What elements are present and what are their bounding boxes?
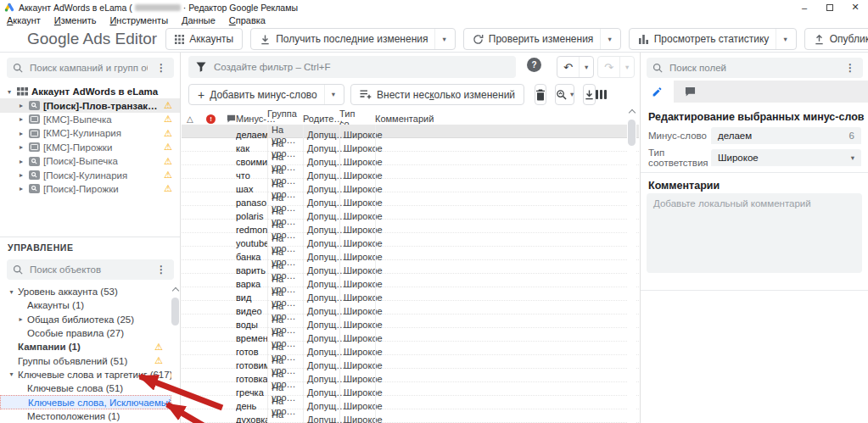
minimize-button[interactable]: –	[792, 0, 817, 14]
table-row[interactable]: youtubeНа уро…Допущ…Широкое	[182, 233, 639, 247]
col-comment[interactable]: Комментарий	[375, 114, 639, 124]
sidebar-scrollbar[interactable]	[171, 285, 180, 423]
object-search[interactable]: Поиск объектов ⋮	[7, 259, 174, 280]
campaign-item[interactable]: ▸[Поиск]-Выпечка⚠	[0, 154, 180, 168]
expander-right-icon[interactable]: ▸	[17, 115, 25, 123]
redo-button[interactable]: ↷	[598, 61, 619, 74]
scrollbar-thumb[interactable]	[171, 298, 179, 326]
table-scrollbar[interactable]	[627, 107, 636, 423]
campaign-item[interactable]: ▸[КМС]-Пирожки⚠	[0, 141, 180, 154]
table-row[interactable]: redmondНа уро…Допущ…Широкое	[182, 220, 639, 233]
chevron-down-icon[interactable]: ▾	[570, 91, 574, 98]
columns-button[interactable]	[596, 90, 607, 99]
management-item[interactable]: Ключевые слова, Исключаемый критер	[0, 395, 171, 409]
redo-menu-button[interactable]: ▾	[619, 57, 634, 77]
table-row[interactable]: готовкаНа уро…Допущ…Широкое	[182, 369, 639, 382]
accounts-button[interactable]: Аккаунты	[165, 28, 243, 50]
scroll-up-icon[interactable]	[171, 287, 178, 294]
table-row[interactable]: готовимНа уро…Допущ…Широкое	[182, 355, 639, 369]
management-item[interactable]: Ключевые слова (51)	[0, 381, 171, 395]
error-circle-icon[interactable]: !	[206, 114, 216, 124]
table-row[interactable]: гречкаНа уро…Допущ…Широкое	[182, 382, 639, 396]
menu-item[interactable]: Справка	[222, 15, 272, 25]
table-row[interactable]: варкаНа уро…Допущ…Широкое	[182, 274, 639, 287]
campaign-item[interactable]: ▸[Поиск]-Пирожки⚠	[0, 182, 180, 196]
undo-menu-button[interactable]: ▾	[579, 57, 593, 77]
col-negative-keyword[interactable]: Минус-…	[236, 114, 267, 124]
table-row[interactable]: видНа уро…Допущ…Широкое	[182, 287, 639, 301]
table-row[interactable]: делаемНа уро…Допущ…Широкое	[182, 125, 639, 138]
kebab-menu-icon[interactable]: ⋮	[154, 62, 168, 74]
comment-icon[interactable]	[227, 114, 236, 123]
table-row[interactable]: готовНа уро…Допущ…Широкое	[182, 342, 639, 355]
expander-right-icon[interactable]: ▸	[17, 130, 25, 137]
export-button[interactable]	[583, 84, 596, 105]
tab-comments[interactable]	[674, 81, 707, 103]
expander-right-icon[interactable]: ▸	[17, 158, 25, 165]
hamburger-menu-icon[interactable]	[7, 35, 8, 44]
campaign-item[interactable]: ▸[КМС]-Кулинария⚠	[0, 126, 180, 140]
chevron-down-icon[interactable]: ▾	[442, 36, 445, 43]
close-button[interactable]: ✕	[843, 0, 868, 14]
management-item[interactable]: ▾Уровень аккаунта (53)	[0, 285, 171, 298]
filter-bar[interactable]: Создайте фильтр – Ctrl+F	[188, 56, 516, 78]
tree-root-account[interactable]: ▾Аккаунт AdWords в eLama	[0, 85, 180, 98]
table-row[interactable]: panaso…На уро…Допущ…Широкое	[182, 192, 639, 206]
expander-right-icon[interactable]: ▸	[16, 315, 25, 323]
table-row[interactable]: polarisНа уро…Допущ…Широкое	[182, 206, 639, 220]
chevron-down-icon[interactable]: ▾	[332, 91, 335, 98]
replace-text-button[interactable]: ▾	[555, 84, 574, 105]
check-changes-button[interactable]: Проверить изменения ▾	[463, 28, 621, 50]
maximize-button[interactable]	[817, 0, 843, 14]
table-row[interactable]: водыНа уро…Допущ…Широкое	[182, 314, 639, 328]
table-row[interactable]: какНа уро…Допущ…Широкое	[182, 138, 639, 152]
menu-item[interactable]: Аккаунт	[0, 15, 48, 25]
undo-button[interactable]: ↶	[557, 61, 579, 74]
publish-button[interactable]: Опубликовать ▾	[804, 28, 868, 50]
expander-right-icon[interactable]: ▸	[17, 143, 25, 151]
bulk-edit-button[interactable]: Внести несколько изменений	[350, 84, 524, 105]
scrollbar-thumb[interactable]	[628, 120, 636, 146]
management-item[interactable]: ▾Ключевые слова и таргетинг (617)	[0, 368, 171, 381]
table-row[interactable]: варитьНа уро…Допущ…Широкое	[182, 260, 639, 274]
management-item[interactable]: Особые правила (27)	[0, 326, 171, 340]
campaign-search[interactable]: Поиск кампаний и групп объявлений ⋮	[7, 58, 174, 78]
menu-item[interactable]: Изменить	[48, 15, 104, 25]
chevron-down-icon[interactable]: ▾	[608, 36, 611, 43]
warning-triangle-icon[interactable]: △	[187, 114, 193, 124]
table-row[interactable]: своимиНа уро…Допущ…Широкое	[182, 152, 639, 165]
management-item[interactable]: Аккаунты (1)	[0, 298, 171, 312]
match-type-select[interactable]: Широкое ▾	[711, 149, 861, 166]
management-item[interactable]: ▸Общая библиотека (25)	[0, 313, 171, 326]
campaign-item[interactable]: ▸[Поиск]-Кулинария⚠	[0, 168, 180, 181]
field-search[interactable]: Поиск полей ⋮	[647, 58, 863, 78]
table-row[interactable]: чтоНа уро…Допущ…Широкое	[182, 165, 639, 179]
management-item[interactable]: Местоположения (1)	[0, 409, 171, 423]
delete-button[interactable]	[535, 84, 546, 105]
menu-item[interactable]: Инструменты	[103, 15, 175, 25]
expander-right-icon[interactable]: ▸	[17, 102, 25, 109]
table-row[interactable]: духовкаНа уро…Допущ…Широкое	[182, 409, 639, 423]
scroll-up-icon[interactable]	[628, 109, 635, 116]
kebab-menu-icon[interactable]: ⋮	[843, 62, 857, 74]
campaign-item[interactable]: ▸[КМС]-Выпечка⚠	[0, 113, 180, 126]
table-row[interactable]: видеоНа уро…Допущ…Широкое	[182, 301, 639, 314]
table-row[interactable]: банкаНа уро…Допущ…Широкое	[182, 247, 639, 260]
expander-down-icon[interactable]: ▾	[5, 88, 14, 96]
expander-right-icon[interactable]: ▸	[17, 171, 25, 179]
help-button[interactable]: ?	[527, 58, 541, 72]
get-recent-changes-button[interactable]: Получить последние изменения ▾	[250, 28, 456, 50]
comment-textarea[interactable]: Добавьте локальный комментарий	[647, 193, 862, 273]
menu-item[interactable]: Данные	[175, 15, 222, 25]
table-row[interactable]: времениНа уро…Допущ…Широкое	[182, 328, 639, 342]
campaign-item[interactable]: ▸[Поиск]-Плов-транзакционные⚠	[0, 98, 180, 112]
expander-down-icon[interactable]: ▾	[7, 288, 16, 296]
table-row[interactable]: деньНа уро…Допущ…Широкое	[182, 396, 639, 409]
chevron-down-icon[interactable]: ▾	[783, 36, 787, 43]
management-item[interactable]: Кампании (1)⚠	[0, 340, 171, 353]
kebab-menu-icon[interactable]: ⋮	[154, 264, 168, 276]
expander-right-icon[interactable]: ▸	[17, 185, 25, 192]
negative-keyword-input[interactable]: делаем 6	[711, 127, 861, 144]
management-item[interactable]: Группы объявлений (51)⚠	[0, 353, 171, 367]
add-negative-keyword-button[interactable]: + Добавить минус-слово ▾	[188, 84, 344, 105]
